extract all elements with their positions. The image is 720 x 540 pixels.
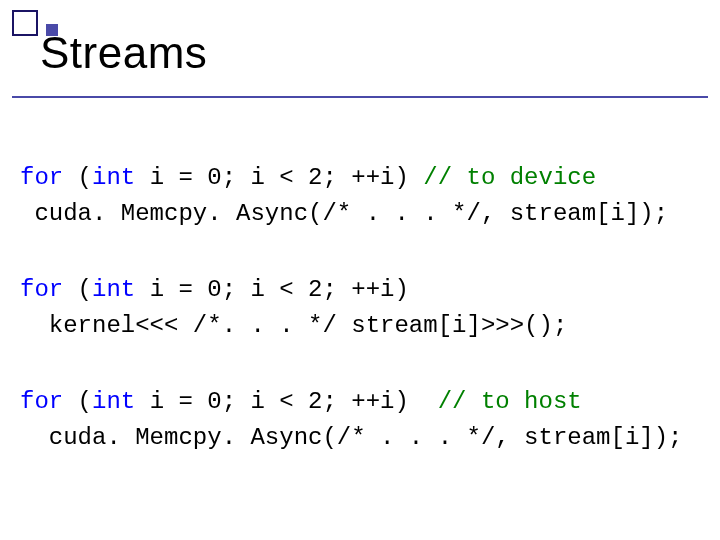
code-text: i = 0; i < 2; ++i) bbox=[135, 276, 409, 303]
code-text: ( bbox=[63, 388, 92, 415]
kw-int: int bbox=[92, 276, 135, 303]
code-text: i = 0; i < 2; ++i) bbox=[135, 388, 437, 415]
code-text: cuda. Memcpy. Async(/* . . . */, stream[… bbox=[20, 424, 683, 451]
kw-for: for bbox=[20, 164, 63, 191]
slide-title: Streams bbox=[40, 28, 207, 78]
code-text: ( bbox=[63, 164, 92, 191]
code-block-3: for (int i = 0; i < 2; ++i) // to host c… bbox=[20, 384, 700, 456]
comment: // to device bbox=[423, 164, 596, 191]
slide: Streams for (int i = 0; i < 2; ++i) // t… bbox=[0, 0, 720, 540]
code-text: kernel<<< /*. . . */ stream[i]>>>(); bbox=[20, 312, 567, 339]
kw-for: for bbox=[20, 276, 63, 303]
code-text: cuda. Memcpy. Async(/* . . . */, stream[… bbox=[20, 200, 668, 227]
comment: // to host bbox=[438, 388, 582, 415]
kw-int: int bbox=[92, 388, 135, 415]
kw-for: for bbox=[20, 388, 63, 415]
decoration-square-large bbox=[12, 10, 38, 36]
title-divider bbox=[12, 96, 708, 98]
code-block-2: for (int i = 0; i < 2; ++i) kernel<<< /*… bbox=[20, 272, 700, 344]
code-text: i = 0; i < 2; ++i) bbox=[135, 164, 423, 191]
code-body: for (int i = 0; i < 2; ++i) // to device… bbox=[20, 124, 700, 496]
code-block-1: for (int i = 0; i < 2; ++i) // to device… bbox=[20, 160, 700, 232]
code-text: ( bbox=[63, 276, 92, 303]
kw-int: int bbox=[92, 164, 135, 191]
